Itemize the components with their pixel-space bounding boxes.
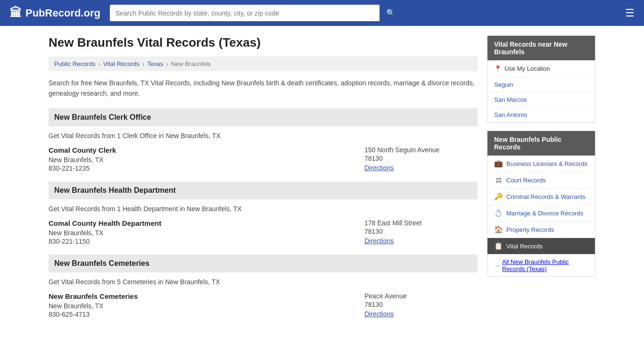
search-button[interactable]: 🔍	[380, 5, 402, 21]
location-pin-icon: 📍	[494, 65, 502, 72]
health-dept-header: New Braunfels Health Department	[49, 181, 478, 199]
use-location-label: Use My Location	[504, 65, 550, 72]
court-records-link[interactable]: Court Records	[506, 177, 546, 184]
page-title: New Braunfels Vital Records (Texas)	[49, 35, 478, 50]
arrow-right-icon: →	[494, 262, 500, 269]
directions-link-clerk[interactable]: Directions	[364, 164, 394, 172]
sidebar-item-vital-records[interactable]: 📋 Vital Records	[487, 238, 595, 255]
property-records-link[interactable]: Property Records	[506, 226, 554, 233]
building-icon: 🏛	[9, 6, 22, 20]
clipboard-icon: 📋	[494, 242, 503, 250]
sidebar-public-records-header: New Braunfels Public Records	[487, 131, 595, 156]
content-area: New Braunfels Vital Records (Texas) Publ…	[49, 35, 478, 328]
table-row: Comal County Health Department New Braun…	[49, 219, 478, 245]
record-left: Comal County Health Department New Braun…	[49, 219, 355, 245]
breadcrumb-texas[interactable]: Texas	[147, 60, 163, 67]
record-right: 150 North Seguin Avenue 78130 Directions	[355, 146, 478, 172]
sidebar-item-property-records[interactable]: 🏠 Property Records	[487, 222, 595, 238]
main-container: New Braunfels Vital Records (Texas) Publ…	[39, 26, 605, 337]
record-name: New Braunfels Cemeteries	[49, 292, 355, 300]
site-logo[interactable]: 🏛 PubRecord.org	[9, 6, 100, 20]
san-marcos-link[interactable]: San Marcos	[494, 96, 527, 103]
directions-link-cemetery[interactable]: Directions	[364, 310, 394, 318]
briefcase-icon: 💼	[494, 159, 503, 168]
breadcrumb-new-braunfels: New Braunfels	[171, 60, 211, 67]
search-icon: 🔍	[386, 9, 396, 17]
cemeteries-section: New Braunfels Cemeteries Get Vital Recor…	[49, 255, 478, 318]
sidebar-public-records-box: New Braunfels Public Records 💼 Business …	[487, 131, 595, 277]
key-icon: 🔑	[494, 192, 503, 201]
record-name: Comal County Clerk	[49, 146, 355, 154]
breadcrumb-sep-1: ›	[98, 60, 100, 67]
health-dept-desc: Get Vital Records from 1 Health Departme…	[49, 205, 478, 213]
record-city: New Braunfels, TX	[49, 156, 355, 164]
seguin-link[interactable]: Seguin	[494, 81, 513, 88]
site-header: 🏛 PubRecord.org 🔍 ☰	[0, 0, 644, 26]
search-bar: 🔍	[110, 5, 402, 21]
table-row: Comal County Clerk New Braunfels, TX 830…	[49, 146, 478, 172]
all-records-link[interactable]: All New Braunfels Public Records (Texas)	[502, 258, 588, 272]
ring-icon: 💍	[494, 209, 503, 217]
use-my-location-item[interactable]: 📍 Use My Location	[487, 60, 595, 77]
record-left: New Braunfels Cemeteries New Braunfels, …	[49, 292, 355, 318]
breadcrumb-sep-3: ›	[166, 60, 168, 67]
sidebar-nearby-header: Vital Records near New Braunfels	[487, 36, 595, 60]
record-city: New Braunfels, TX	[49, 229, 355, 237]
vital-records-link[interactable]: Vital Records	[506, 243, 543, 250]
clerk-office-desc: Get Vital Records from 1 Clerk Office in…	[49, 132, 478, 140]
breadcrumb-public-records[interactable]: Public Records	[54, 60, 95, 67]
criminal-records-link[interactable]: Criminal Records & Warrants	[506, 193, 586, 200]
record-city: New Braunfels, TX	[49, 302, 355, 310]
breadcrumb-sep-2: ›	[142, 60, 144, 67]
scales-icon: ⚖	[494, 176, 503, 184]
business-licenses-link[interactable]: Business Licenses & Records	[506, 160, 587, 167]
record-zip: 78130	[364, 301, 478, 308]
record-left: Comal County Clerk New Braunfels, TX 830…	[49, 146, 355, 172]
sidebar-item-marriage-records[interactable]: 💍 Marriage & Divorce Records	[487, 205, 595, 222]
marriage-records-link[interactable]: Marriage & Divorce Records	[506, 210, 583, 217]
san-antonio-link[interactable]: San Antonio	[494, 111, 527, 118]
record-address: 178 East Mill Street	[364, 219, 478, 227]
health-dept-section: New Braunfels Health Department Get Vita…	[49, 181, 478, 245]
cemeteries-header: New Braunfels Cemeteries	[49, 255, 478, 272]
record-right: 178 East Mill Street 78130 Directions	[355, 219, 478, 245]
record-right: Peace Avenue 78130 Directions	[355, 292, 478, 318]
sidebar-all-public-records-link[interactable]: → All New Braunfels Public Records (Texa…	[487, 255, 595, 276]
table-row: New Braunfels Cemeteries New Braunfels, …	[49, 292, 478, 318]
sidebar-item-business-licenses[interactable]: 💼 Business Licenses & Records	[487, 156, 595, 172]
record-address: Peace Avenue	[364, 292, 478, 300]
breadcrumb-vital-records[interactable]: Vital Records	[103, 60, 140, 67]
hamburger-menu-button[interactable]: ☰	[625, 7, 635, 19]
record-name: Comal County Health Department	[49, 219, 355, 227]
house-icon: 🏠	[494, 225, 503, 234]
clerk-office-section: New Braunfels Clerk Office Get Vital Rec…	[49, 108, 478, 172]
record-phone: 830-221-1235	[49, 165, 355, 172]
record-phone: 830-625-4713	[49, 311, 355, 318]
cemeteries-desc: Get Vital Records from 5 Cemeteries in N…	[49, 278, 478, 286]
sidebar-item-court-records[interactable]: ⚖ Court Records	[487, 172, 595, 189]
clerk-office-header: New Braunfels Clerk Office	[49, 108, 478, 126]
record-zip: 78130	[364, 155, 478, 162]
sidebar-item-criminal-records[interactable]: 🔑 Criminal Records & Warrants	[487, 189, 595, 205]
search-input[interactable]	[110, 6, 380, 21]
hamburger-icon: ☰	[625, 7, 635, 19]
sidebar-item-san-antonio[interactable]: San Antonio	[487, 107, 595, 123]
page-description: Search for free New Braunfels, TX Vital …	[49, 78, 478, 99]
sidebar-nearby-box: Vital Records near New Braunfels 📍 Use M…	[487, 35, 595, 123]
directions-link-health[interactable]: Directions	[364, 237, 394, 245]
record-zip: 78130	[364, 228, 478, 235]
record-phone: 830-221-1150	[49, 238, 355, 245]
sidebar-item-seguin[interactable]: Seguin	[487, 77, 595, 92]
sidebar: Vital Records near New Braunfels 📍 Use M…	[487, 35, 595, 328]
logo-text: PubRecord.org	[25, 7, 100, 19]
breadcrumb: Public Records › Vital Records › Texas ›…	[49, 57, 478, 71]
record-address: 150 North Seguin Avenue	[364, 146, 478, 154]
sidebar-item-san-marcos[interactable]: San Marcos	[487, 92, 595, 107]
